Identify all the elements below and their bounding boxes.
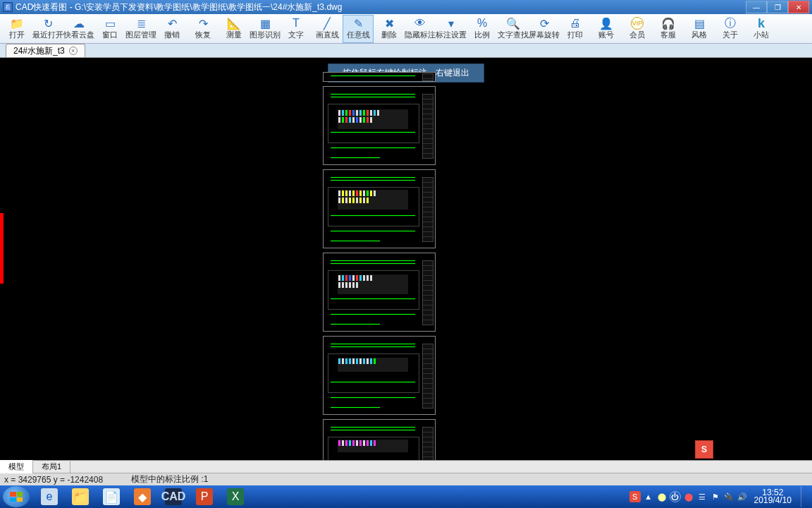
delete-button[interactable]: ✖删除 [374, 15, 405, 43]
tool-label: 比例 [474, 30, 490, 40]
drawing-canvas[interactable]: 按住鼠标左键绘制标注，右键退出 [0, 58, 812, 460]
pattern-button[interactable]: ▦图形识别 [250, 15, 281, 43]
text-search-button[interactable]: 🔍文字查找 [498, 15, 529, 43]
tray-network-icon[interactable]: 🔌 [723, 491, 734, 502]
freehand-button[interactable]: ✎任意线 [343, 15, 374, 43]
tool-label: 画直线 [316, 30, 339, 40]
tool-label: 文字查找 [498, 30, 529, 40]
tab-label: 24#水施新_t3 [13, 45, 65, 57]
tool-label: 账号 [598, 30, 614, 40]
tray-volume-icon[interactable]: 🔊 [737, 491, 748, 502]
drawing-sheet [323, 86, 436, 165]
tray-flag-icon[interactable]: ⚑ [710, 491, 721, 502]
taskbar-app-ie[interactable]: e [35, 487, 64, 507]
recent-icon: ↻ [41, 17, 55, 30]
tool-label: 隐藏标注 [405, 30, 436, 40]
tool-label: 关于 [722, 30, 738, 40]
close-button[interactable]: ✕ [788, 1, 809, 13]
text-icon: T [289, 17, 303, 30]
cloud-icon: ☁ [72, 17, 86, 30]
tab-close-icon[interactable]: × [69, 47, 78, 55]
tool-label: 客服 [660, 30, 676, 40]
drawing-sheet [323, 419, 436, 460]
print-button[interactable]: 🖨打印 [560, 15, 591, 43]
open-icon: 📁 [10, 17, 24, 30]
text-button[interactable]: T文字 [281, 15, 312, 43]
ratio-icon: % [475, 17, 489, 30]
tray-clock[interactable]: 13:52 2019/4/10 [750, 489, 796, 504]
window-button[interactable]: ▭窗口 [94, 15, 125, 43]
taskbar-app-foxit[interactable]: ◆ [128, 487, 157, 507]
document-tab[interactable]: 24#水施新_t3 × [6, 44, 85, 57]
rotate-button[interactable]: ⟳屏幕旋转 [529, 15, 560, 43]
print-icon: 🖨 [568, 17, 582, 30]
undo-icon: ↶ [165, 17, 179, 30]
about-button[interactable]: ⓘ关于 [715, 15, 746, 43]
delete-icon: ✖ [382, 17, 396, 30]
tray-sogou-icon[interactable]: S [629, 491, 641, 502]
tray-icon[interactable]: ▲ [643, 491, 654, 502]
ratio-button[interactable]: %比例 [467, 15, 498, 43]
tray-date: 2019/4/10 [754, 497, 792, 504]
document-tabs: 24#水施新_t3 × [0, 44, 812, 58]
folder-icon: 📁 [72, 488, 89, 505]
tool-label: 测量 [226, 30, 242, 40]
open-button[interactable]: 📁打开 [1, 15, 32, 43]
account-icon: 👤 [599, 17, 613, 30]
support-icon: 🎧 [661, 17, 675, 30]
sogou-ime-icon[interactable]: S [695, 440, 713, 459]
tab-model[interactable]: 模型 [0, 460, 33, 473]
annot-settings-button[interactable]: ▾标注设置 [436, 15, 467, 43]
tray-icon[interactable]: ⏻ [670, 491, 681, 502]
style-button[interactable]: ▤风格 [684, 15, 715, 43]
tool-label: 删除 [381, 30, 397, 40]
vip-button[interactable]: VIP会员 [622, 15, 653, 43]
cloud-button[interactable]: ☁快看云盘 [63, 15, 94, 43]
minimize-button[interactable]: — [746, 1, 767, 13]
window-icon: ▭ [103, 17, 117, 30]
hide-annot-button[interactable]: 👁隐藏标注 [405, 15, 436, 43]
taskbar-app-notepad[interactable]: 📄 [97, 487, 126, 507]
taskbar-app-explorer[interactable]: 📁 [66, 487, 95, 507]
status-bar: x = 3429765 y = -1242408 模型中的标注比例 :1 [0, 473, 812, 485]
drawing-sheet [323, 336, 436, 415]
redo-button[interactable]: ↷恢复 [187, 15, 219, 43]
tab-layout1[interactable]: 布局1 [33, 460, 70, 473]
taskbar-app-excel[interactable]: X [221, 487, 250, 507]
site-icon: k [754, 17, 768, 30]
vip-icon: VIP [631, 17, 644, 30]
line-icon: ╱ [320, 17, 334, 30]
notepad-icon: 📄 [103, 488, 120, 505]
tray-icon[interactable]: ⬤ [656, 491, 668, 502]
tray-icon[interactable]: ⬤ [683, 491, 694, 502]
account-button[interactable]: 👤账号 [591, 15, 622, 43]
support-button[interactable]: 🎧客服 [653, 15, 684, 43]
tool-label: 撤销 [164, 30, 180, 40]
redo-icon: ↷ [196, 17, 210, 30]
excel-icon: X [227, 488, 244, 505]
layers-icon: ≣ [134, 17, 148, 30]
tool-label: 打印 [567, 30, 583, 40]
taskbar-app-cad[interactable]: CAD [159, 487, 188, 507]
measure-button[interactable]: 📐测量 [219, 15, 250, 43]
layers-button[interactable]: ≣图层管理 [125, 15, 156, 43]
tray-icon[interactable]: ☰ [696, 491, 708, 502]
tool-label: 屏幕旋转 [529, 30, 560, 40]
layout-tabs: 模型 布局1 [0, 460, 812, 473]
measure-icon: 📐 [227, 17, 241, 30]
maximize-button[interactable]: ❐ [767, 1, 788, 13]
tool-label: 文字 [288, 30, 304, 40]
recent-button[interactable]: ↻最近打开 [32, 15, 63, 43]
line-button[interactable]: ╱画直线 [312, 15, 343, 43]
style-icon: ▤ [692, 17, 706, 30]
taskbar-app-powerpoint[interactable]: P [190, 487, 219, 507]
site-button[interactable]: k小站 [746, 15, 777, 43]
main-toolbar: 📁打开↻最近打开☁快看云盘▭窗口≣图层管理↶撤销↷恢复📐测量▦图形识别T文字╱画… [0, 14, 812, 44]
undo-button[interactable]: ↶撤销 [156, 15, 187, 43]
tool-label: 任意线 [347, 30, 370, 40]
window-title: CAD快速看图 - G:\安装学员下发资料\教学图纸\教学图纸\教学图纸一\24… [16, 1, 746, 13]
show-desktop-button[interactable] [801, 486, 809, 507]
tool-label: 图形识别 [250, 30, 281, 40]
start-button[interactable] [3, 486, 30, 507]
window-controls: — ❐ ✕ [746, 1, 809, 13]
